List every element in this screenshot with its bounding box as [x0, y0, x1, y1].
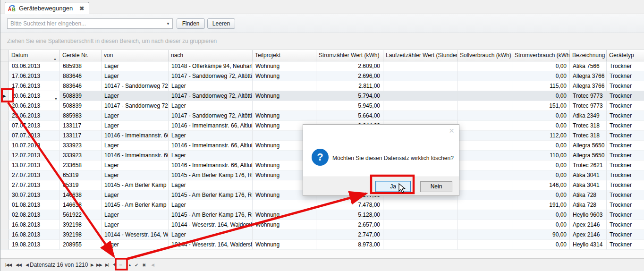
cell-typ[interactable]: Trockner	[607, 180, 644, 190]
nav-first-button[interactable]: |◀◀	[5, 259, 11, 271]
table-row[interactable]: 03.06.2013685938Lager10148 - Offerkämpe …	[0, 61, 644, 71]
cell-nach[interactable]: 10145 - Am Berler Kamp 176, Röd...	[169, 210, 253, 220]
cell-von[interactable]: Lager	[102, 220, 169, 230]
cell-nr[interactable]: 392198	[60, 230, 102, 240]
cell-bezeichnung[interactable]: Trotec 9773	[570, 91, 607, 101]
cell-typ[interactable]: Trockner	[607, 161, 644, 170]
cell-teilprojekt[interactable]	[253, 101, 316, 111]
cell-nr[interactable]: 65319	[60, 170, 102, 180]
cell-bezeichnung[interactable]: Atika 728	[570, 200, 607, 210]
cell-nr[interactable]: 508839	[60, 91, 102, 101]
row-indicator[interactable]	[0, 111, 9, 121]
column-header-teilprojekt[interactable]: Teilprojekt	[253, 50, 316, 61]
cell-bezeichnung[interactable]: Atika 728	[570, 190, 607, 200]
cell-bezeichnung[interactable]: Apex 2146	[570, 230, 607, 240]
cell-laufzeit[interactable]	[383, 210, 458, 220]
cell-soll[interactable]	[458, 141, 512, 151]
cell-bezeichnung[interactable]: Heyllo 9603	[570, 210, 607, 220]
row-indicator[interactable]	[0, 210, 9, 220]
cell-nach[interactable]: 10146 - Immelmannstr. 66, Altluß...	[169, 141, 253, 151]
cell-bezeichnung[interactable]: Trotec 318	[570, 131, 607, 141]
cell-datum[interactable]: 07.07.2013	[9, 121, 60, 131]
cell-teilprojekt[interactable]: Wohnung	[253, 210, 316, 220]
chevron-down-icon[interactable]: ▼	[164, 22, 172, 26]
cell-nr[interactable]: 392198	[60, 220, 102, 230]
cell-verbrauch[interactable]: 146,00	[512, 180, 570, 190]
table-row[interactable]: 19.08.2013208955Lager10144 - Weserstr. 1…	[0, 240, 644, 250]
cell-verbrauch[interactable]: 115,00	[512, 81, 570, 91]
cell-nach[interactable]: Lager	[169, 81, 253, 91]
row-indicator[interactable]	[0, 101, 9, 111]
cell-nach[interactable]: Lager	[169, 131, 253, 141]
cell-verbrauch[interactable]: 112,00	[512, 131, 570, 141]
cell-von[interactable]: Lager	[102, 91, 169, 101]
cell-typ[interactable]: Trockner	[607, 131, 644, 141]
cell-strom[interactable]: 2.747,00	[316, 230, 383, 240]
cell-verbrauch[interactable]: 0,00	[512, 71, 570, 81]
cell-bezeichnung[interactable]: Allegra 5650	[570, 151, 607, 161]
cell-typ[interactable]: Trockner	[607, 141, 644, 151]
nav-append-button[interactable]: +	[113, 259, 116, 271]
cell-von[interactable]: Lager	[102, 61, 169, 71]
find-button[interactable]: Finden	[177, 18, 205, 29]
nav-post-button[interactable]: ✔	[135, 259, 138, 271]
cell-von[interactable]: 10147 - Sanddornweg 72, Altö...	[102, 101, 169, 111]
column-header-strom[interactable]: Stromzähler Wert (kWh)	[316, 50, 383, 61]
cell-strom[interactable]: 5.794,00	[316, 91, 383, 101]
cell-verbrauch[interactable]: 191,00	[512, 200, 570, 210]
row-indicator[interactable]	[0, 131, 9, 141]
cell-typ[interactable]: Trockner	[607, 81, 644, 91]
cell-bezeichnung[interactable]: Allegra 5650	[570, 141, 607, 151]
row-indicator[interactable]	[0, 121, 9, 131]
cell-soll[interactable]	[458, 161, 512, 170]
cell-typ[interactable]: Trockner	[607, 230, 644, 240]
cell-nach[interactable]: Lager	[169, 151, 253, 161]
cell-laufzeit[interactable]	[383, 91, 458, 101]
cell-soll[interactable]	[458, 111, 512, 121]
cell-teilprojekt[interactable]: Wohnung	[253, 111, 316, 121]
cell-datum[interactable]: 17.06.2013	[9, 81, 60, 91]
cell-nr[interactable]: 883646	[60, 71, 102, 81]
cell-bezeichnung[interactable]: Trotec 318	[570, 121, 607, 131]
search-input[interactable]	[8, 20, 164, 27]
cell-verbrauch[interactable]: 0,00	[512, 141, 570, 151]
cell-strom[interactable]: 5.664,00	[316, 111, 383, 121]
cell-soll[interactable]	[458, 240, 512, 250]
column-header-nr[interactable]: Geräte Nr.	[60, 50, 102, 61]
cell-verbrauch[interactable]: 0,00	[512, 240, 570, 250]
cell-bezeichnung[interactable]: Atika 3041	[570, 180, 607, 190]
cell-nach[interactable]: 10145 - Am Berler Kamp 176, Röd...	[169, 170, 253, 180]
clear-button[interactable]: Leeren	[207, 18, 235, 29]
cell-bezeichnung[interactable]: Heyllo 4314	[570, 240, 607, 250]
cell-strom[interactable]: 5.128,00	[316, 210, 383, 220]
cell-laufzeit[interactable]	[383, 61, 458, 71]
cell-teilprojekt[interactable]: Wohnung	[253, 71, 316, 81]
cell-nach[interactable]: Lager	[169, 180, 253, 190]
cell-datum[interactable]: 02.08.2013	[9, 210, 60, 220]
cell-nr[interactable]: 508839	[60, 101, 102, 111]
nav-next-button[interactable]: ▶	[91, 259, 93, 271]
tab-geraetebewegungen[interactable]: A B Gerätebewegungen ✖	[5, 2, 89, 14]
column-header-verbrauch[interactable]: Stromverbrauch (kWh)	[512, 50, 570, 61]
cell-laufzeit[interactable]	[383, 101, 458, 111]
cell-nach[interactable]: 10147 - Sanddornweg 72, Altötting	[169, 91, 253, 101]
cell-verbrauch[interactable]: 0,00	[512, 91, 570, 101]
yes-button[interactable]: Ja	[375, 181, 411, 192]
column-header-von[interactable]: von	[102, 50, 169, 61]
cell-soll[interactable]	[458, 180, 512, 190]
cell-nach[interactable]: 10144 - Weserstr. 164, Waldersh...	[169, 220, 253, 230]
cell-strom[interactable]: 8.973,00	[316, 240, 383, 250]
row-indicator[interactable]	[0, 190, 9, 200]
cell-bezeichnung[interactable]: Allegra 3766	[570, 71, 607, 81]
scrollbar-left-icon[interactable]: ◀	[151, 259, 154, 271]
table-row[interactable]: 16.08.2013392198Lager10144 - Weserstr. 1…	[0, 220, 644, 230]
cell-von[interactable]: Lager	[102, 121, 169, 131]
cell-typ[interactable]: Trockner	[607, 170, 644, 180]
cell-soll[interactable]	[458, 210, 512, 220]
row-indicator[interactable]	[0, 71, 9, 81]
cell-laufzeit[interactable]	[383, 240, 458, 250]
cell-teilprojekt[interactable]: Wohnung	[253, 91, 316, 101]
cell-teilprojekt[interactable]	[253, 81, 316, 91]
cell-typ[interactable]: Trockner	[607, 121, 644, 131]
table-row[interactable]: 20.06.201350883910147 - Sanddornweg 72, …	[0, 101, 644, 111]
